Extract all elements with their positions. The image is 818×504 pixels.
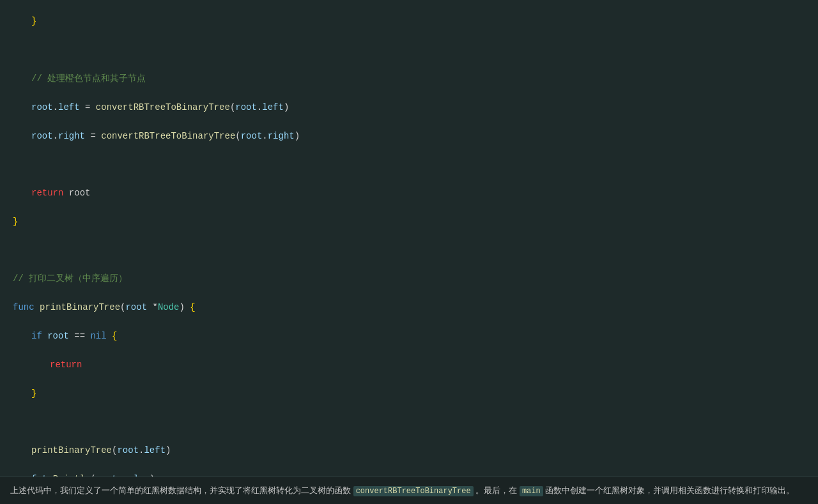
desc-code-1: convertRBTreeToBinaryTree bbox=[353, 486, 474, 496]
desc-text-3: 函数中创建一个红黑树对象，并调用相关函数进行转换和打印输出。 bbox=[543, 485, 795, 495]
code-content: } // 处理橙色节点和其子节点 root.left = convertRBTr… bbox=[13, 0, 805, 477]
desc-text-2: 。最后，在 bbox=[474, 485, 520, 495]
description-bar: 上述代码中，我们定义了一个简单的红黑树数据结构，并实现了将红黑树转化为二叉树的函… bbox=[0, 477, 818, 504]
desc-code-2: main bbox=[520, 486, 543, 496]
desc-text-1: 上述代码中，我们定义了一个简单的红黑树数据结构，并实现了将红黑树转化为二叉树的函… bbox=[10, 485, 353, 495]
code-editor: } // 处理橙色节点和其子节点 root.left = convertRBTr… bbox=[0, 0, 818, 477]
description-text: 上述代码中，我们定义了一个简单的红黑树数据结构，并实现了将红黑树转化为二叉树的函… bbox=[10, 485, 794, 495]
